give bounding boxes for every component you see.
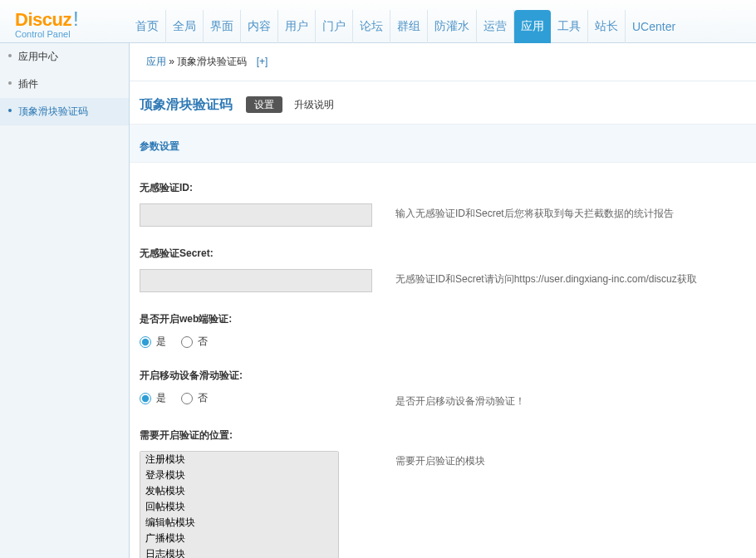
app-id-input[interactable] (140, 203, 372, 227)
web-verify-yes[interactable]: 是 (140, 335, 166, 349)
mobile-verify-yes[interactable]: 是 (140, 391, 166, 405)
topnav-item-3[interactable]: 内容 (241, 10, 278, 43)
mobile-verify-yes-radio[interactable] (140, 393, 151, 404)
positions-option-5[interactable]: 广播模块 (140, 531, 338, 546)
logo: Discuz! Control Panel (0, 2, 129, 42)
topnav-item-1[interactable]: 全局 (166, 10, 204, 43)
app-id-hint: 输入无感验证ID和Secret后您将获取到每天拦截数据的统计报告 (395, 203, 746, 221)
web-verify-yes-radio[interactable] (140, 336, 151, 348)
topnav-item-8[interactable]: 防灌水 (428, 10, 477, 43)
app-secret-input[interactable] (140, 269, 372, 292)
section-title: 参数设置 (130, 124, 756, 163)
positions-option-6[interactable]: 日志模块 (140, 546, 338, 558)
topnav-item-11[interactable]: 工具 (551, 10, 588, 43)
topnav-item-13[interactable]: UCenter (626, 10, 682, 43)
logo-main: Discuz (15, 9, 71, 30)
sidebar: 应用中心插件顶象滑块验证码 (0, 43, 129, 558)
topnav-item-6[interactable]: 论坛 (353, 10, 390, 43)
positions-label: 需要开启验证的位置: (140, 428, 746, 443)
topnav-item-7[interactable]: 群组 (390, 10, 428, 43)
web-verify-yes-text: 是 (156, 335, 166, 349)
positions-option-4[interactable]: 编辑帖模块 (140, 515, 338, 531)
breadcrumb-current: 顶象滑块验证码 (177, 56, 247, 67)
topnav-item-10[interactable]: 应用 (514, 10, 551, 43)
positions-hint: 需要开启验证的模块 (395, 451, 746, 468)
web-verify-no[interactable]: 否 (181, 335, 208, 349)
app-secret-hint: 无感验证ID和Secret请访问https://user.dingxiang-i… (395, 269, 746, 286)
main-content: 应用 » 顶象滑块验证码 [+] 顶象滑块验证码 设置升级说明 参数设置 无感验… (129, 43, 756, 558)
positions-option-0[interactable]: 注册模块 (140, 452, 338, 467)
breadcrumb-plus[interactable]: [+] (257, 56, 268, 67)
topnav-item-0[interactable]: 首页 (129, 10, 166, 43)
top-nav: 首页全局界面内容用户门户论坛群组防灌水运营应用工具站长UCenter (129, 10, 682, 43)
positions-option-2[interactable]: 发帖模块 (140, 483, 338, 499)
mobile-verify-no-text: 否 (198, 391, 208, 405)
app-secret-label: 无感验证Secret: (140, 247, 746, 261)
logo-bang: ! (73, 7, 79, 30)
topnav-item-2[interactable]: 界面 (204, 10, 241, 43)
page-tab-1[interactable]: 升级说明 (294, 99, 334, 110)
page-tabs: 顶象滑块验证码 设置升级说明 (130, 81, 756, 124)
web-verify-no-radio[interactable] (181, 336, 193, 348)
breadcrumb-root[interactable]: 应用 (146, 56, 166, 67)
page-tab-0[interactable]: 设置 (246, 96, 282, 113)
topnav-item-9[interactable]: 运营 (477, 10, 514, 43)
mobile-verify-no[interactable]: 否 (181, 391, 208, 405)
web-verify-label: 是否开启web端验证: (140, 312, 746, 326)
sidebar-item-2[interactable]: 顶象滑块验证码 (0, 98, 129, 125)
sidebar-item-1[interactable]: 插件 (0, 71, 129, 98)
mobile-verify-no-radio[interactable] (181, 393, 193, 404)
positions-option-1[interactable]: 登录模块 (140, 467, 338, 483)
app-id-label: 无感验证ID: (140, 181, 746, 195)
breadcrumb-sep: » (166, 56, 177, 67)
web-verify-no-text: 否 (198, 335, 208, 349)
topnav-item-12[interactable]: 站长 (588, 10, 626, 43)
mobile-verify-yes-text: 是 (156, 391, 166, 405)
settings-form: 无感验证ID: 输入无感验证ID和Secret后您将获取到每天拦截数据的统计报告… (130, 163, 756, 558)
breadcrumb: 应用 » 顶象滑块验证码 [+] (130, 43, 756, 81)
positions-option-3[interactable]: 回帖模块 (140, 499, 338, 515)
mobile-verify-hint: 是否开启移动设备滑动验证！ (395, 391, 746, 409)
positions-select[interactable]: 注册模块登录模块发帖模块回帖模块编辑帖模块广播模块日志模块留言模块充值模块找密模… (140, 451, 339, 558)
sidebar-item-0[interactable]: 应用中心 (0, 43, 129, 71)
mobile-verify-label: 开启移动设备滑动验证: (140, 369, 746, 383)
topnav-item-5[interactable]: 门户 (316, 10, 353, 43)
topnav-item-4[interactable]: 用户 (278, 10, 316, 43)
page-title: 顶象滑块验证码 (140, 96, 233, 114)
